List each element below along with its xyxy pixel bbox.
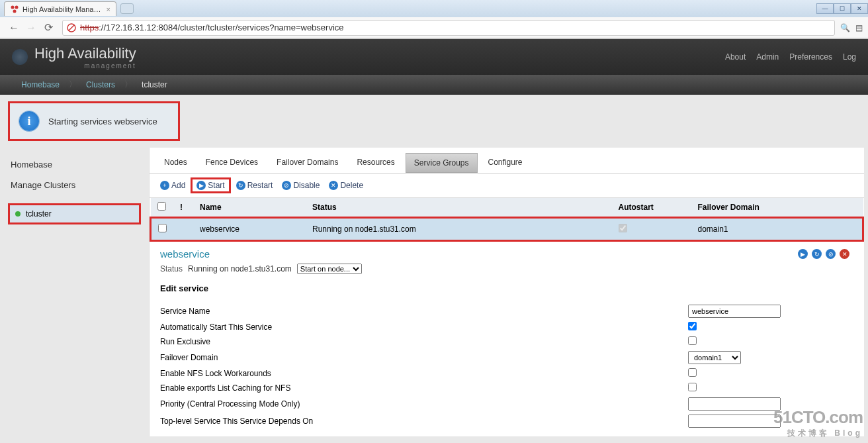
- checkbox-run-exclusive[interactable]: [688, 336, 697, 345]
- input-service-name[interactable]: [688, 305, 781, 318]
- zoom-icon[interactable]: 🔍: [840, 23, 850, 32]
- label-priority: Priority (Central Processing Mode Only): [160, 399, 688, 409]
- sidebar-manage-clusters[interactable]: Manage Clusters: [8, 175, 141, 195]
- forward-button[interactable]: →: [24, 21, 38, 35]
- breadcrumb-clusters[interactable]: Clusters: [77, 80, 124, 89]
- browser-tab-bar: High Availability Mana… × — ☐ ✕: [0, 0, 868, 17]
- sidebar: Homebase Manage Clusters tcluster: [0, 148, 149, 436]
- status-value: Running on node1.stu31.com: [188, 264, 292, 273]
- input-priority[interactable]: [688, 397, 781, 411]
- sidebar-homebase[interactable]: Homebase: [8, 154, 141, 175]
- detail-status-row: Status Running on node1.stu31.com Start …: [160, 264, 853, 274]
- nav-logout[interactable]: Log: [843, 52, 856, 62]
- delete-icon: ✕: [329, 181, 338, 190]
- label-failover-domain: Failover Domain: [160, 353, 688, 362]
- tab-title: High Availability Mana…: [22, 5, 101, 13]
- col-autostart[interactable]: Autostart: [612, 198, 691, 218]
- cell-status: Running on node1.stu31.com: [306, 218, 612, 241]
- checkbox-nfs-lock[interactable]: [688, 368, 697, 377]
- browser-tab[interactable]: High Availability Mana… ×: [4, 1, 116, 16]
- breadcrumb: Homebase 〉 Clusters 〉 tcluster: [0, 75, 868, 95]
- sidebar-item-tcluster[interactable]: tcluster: [8, 203, 141, 224]
- nav-about[interactable]: About: [725, 52, 746, 62]
- cell-autostart: [619, 224, 627, 232]
- browser-chrome: High Availability Mana… × — ☐ ✕ ← → ⟳ ht…: [0, 0, 868, 39]
- add-button[interactable]: +Add: [156, 179, 189, 191]
- label-nfs-lock: Enable NFS Lock Workarounds: [160, 369, 688, 378]
- start-button[interactable]: ▶Start: [191, 177, 230, 193]
- info-icon: i: [19, 111, 39, 131]
- breadcrumb-current: tcluster: [132, 80, 177, 89]
- info-alert: i Starting services webservice: [8, 101, 180, 141]
- window-controls: — ☐ ✕: [816, 3, 868, 14]
- svg-point-0: [11, 5, 15, 9]
- nav-admin[interactable]: Admin: [756, 52, 779, 62]
- app-header: High Availability management About Admin…: [0, 39, 868, 75]
- checkbox-exportfs[interactable]: [688, 383, 697, 391]
- play-icon[interactable]: ▶: [798, 249, 808, 259]
- tab-configure[interactable]: Configure: [480, 153, 531, 173]
- label-exportfs: Enable exportfs List Caching for NFS: [160, 383, 688, 393]
- tab-bar: Nodes Fence Devices Failover Domains Res…: [150, 148, 864, 173]
- brand-subtitle: management: [34, 62, 136, 70]
- service-detail: webservice ▶ ↻ ⊘ ✕ Status Running on nod…: [150, 242, 864, 436]
- cell-failover: domain1: [691, 218, 863, 241]
- select-failover-domain[interactable]: domain1: [688, 351, 741, 364]
- detail-title[interactable]: webservice: [160, 248, 853, 260]
- url-bar[interactable]: https://172.16.31.12:8084/cluster/tclust…: [62, 20, 835, 36]
- col-alert: !: [173, 198, 193, 218]
- close-window-button[interactable]: ✕: [851, 3, 868, 14]
- row-checkbox[interactable]: [158, 224, 167, 232]
- url-path: ://172.16.31.12:8084/cluster/tcluster/se…: [99, 23, 343, 32]
- tab-fence-devices[interactable]: Fence Devices: [198, 153, 266, 173]
- label-auto-start: Automatically Start This Service: [160, 322, 688, 332]
- play-icon: ▶: [196, 181, 206, 190]
- nav-preferences[interactable]: Preferences: [789, 52, 832, 62]
- disable-button[interactable]: ⊘Disable: [278, 179, 324, 191]
- new-tab-button[interactable]: [120, 3, 134, 14]
- chevron-right-icon: 〉: [124, 79, 132, 90]
- reload-button[interactable]: ⟳: [41, 21, 56, 35]
- sidebar-item-label: tcluster: [26, 209, 52, 219]
- breadcrumb-homebase[interactable]: Homebase: [12, 80, 69, 89]
- minimize-button[interactable]: —: [816, 3, 834, 14]
- content: Nodes Fence Devices Failover Domains Res…: [149, 148, 864, 436]
- table-row[interactable]: webservice Running on node1.stu31.com do…: [151, 218, 863, 241]
- restart-button[interactable]: ↻Restart: [232, 179, 277, 191]
- ssl-warning-icon: [67, 23, 76, 32]
- back-button[interactable]: ←: [7, 21, 21, 35]
- maximize-button[interactable]: ☐: [834, 3, 851, 14]
- restart-icon: ↻: [236, 181, 245, 190]
- browser-nav-bar: ← → ⟳ https://172.16.31.12:8084/cluster/…: [0, 17, 868, 38]
- label-run-exclusive: Run Exclusive: [160, 337, 688, 346]
- delete-button[interactable]: ✕Delete: [325, 179, 367, 191]
- disable-icon[interactable]: ⊘: [826, 249, 836, 259]
- services-table: ! Name Status Autostart Failover Domain …: [150, 198, 864, 242]
- tab-resources[interactable]: Resources: [349, 153, 402, 173]
- tab-failover-domains[interactable]: Failover Domains: [269, 153, 346, 173]
- label-service-name: Service Name: [160, 307, 688, 316]
- input-top-level[interactable]: [688, 415, 781, 428]
- disable-icon: ⊘: [282, 181, 291, 190]
- tab-close-icon[interactable]: ×: [106, 5, 110, 13]
- tab-nodes[interactable]: Nodes: [156, 153, 195, 173]
- favicon-icon: [10, 5, 19, 14]
- delete-icon[interactable]: ✕: [840, 249, 849, 259]
- toolbar: +Add ▶Start ↻Restart ⊘Disable ✕Delete: [150, 173, 864, 198]
- menu-icon[interactable]: ▤: [855, 23, 863, 32]
- label-top-level: Top-level Service This Service Depends O…: [160, 417, 688, 426]
- header-nav: About Admin Preferences Log: [725, 52, 856, 62]
- url-protocol: https: [80, 23, 99, 32]
- start-on-node-select[interactable]: Start on node...: [297, 264, 362, 274]
- alert-text: Starting services webservice: [48, 117, 157, 126]
- detail-actions: ▶ ↻ ⊘ ✕: [798, 249, 849, 259]
- col-status[interactable]: Status: [306, 198, 612, 218]
- select-all-checkbox[interactable]: [157, 202, 166, 211]
- col-failover[interactable]: Failover Domain: [691, 198, 863, 218]
- brand-title: High Availability: [34, 45, 136, 62]
- tab-service-groups[interactable]: Service Groups: [406, 153, 478, 173]
- edit-service-heading: Edit service: [160, 283, 853, 293]
- col-name[interactable]: Name: [193, 198, 306, 218]
- restart-icon[interactable]: ↻: [812, 249, 822, 259]
- checkbox-auto-start[interactable]: [688, 322, 697, 330]
